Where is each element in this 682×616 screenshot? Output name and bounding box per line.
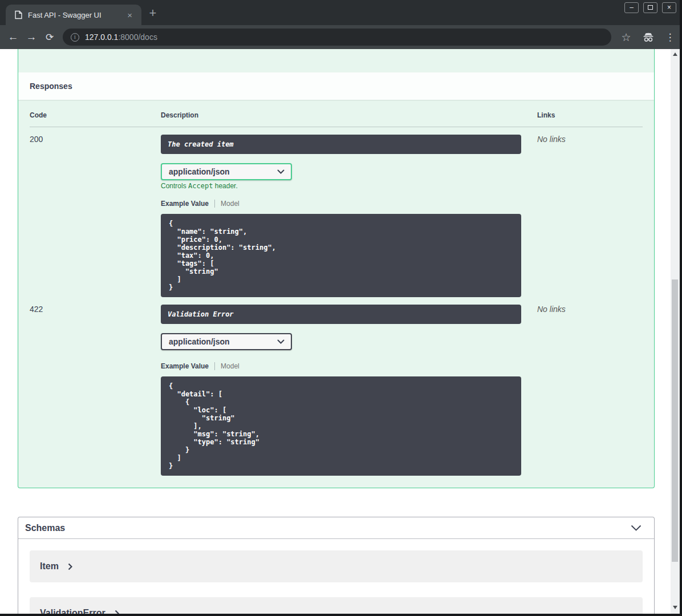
- response-description: The created item: [161, 135, 521, 154]
- tab-model[interactable]: Model: [221, 362, 239, 370]
- schemas-section: Schemas Item ValidationError: [18, 517, 655, 614]
- response-description: Validation Error: [161, 305, 521, 324]
- bookmark-star-icon[interactable]: ☆: [618, 25, 635, 49]
- media-type-select[interactable]: application/json: [161, 163, 292, 180]
- column-header-description: Description: [161, 111, 537, 119]
- model-item[interactable]: Item: [30, 550, 643, 582]
- new-tab-button[interactable]: +: [146, 6, 160, 21]
- tab-close-icon[interactable]: ×: [124, 10, 136, 20]
- response-links: No links: [537, 305, 643, 476]
- response-row-200: 200 The created item application/json Co…: [30, 127, 643, 297]
- tab-divider: [214, 362, 215, 370]
- scroll-down-icon[interactable]: [673, 606, 677, 609]
- schemas-header[interactable]: Schemas: [18, 517, 654, 539]
- incognito-icon: [640, 25, 657, 49]
- scroll-up-icon[interactable]: [673, 52, 677, 56]
- chevron-down-icon: [277, 339, 285, 344]
- model-name: ValidationError: [40, 608, 105, 614]
- post-opblock: Responses Code Description Links 200 The…: [18, 49, 655, 488]
- address-bar[interactable]: i 127.0.0.1 :8000/docs: [63, 29, 611, 46]
- site-info-icon[interactable]: i: [71, 33, 79, 42]
- window-border-right: [680, 0, 682, 616]
- responses-table-header: Code Description Links: [30, 100, 643, 127]
- controls-accept-note: Controls Accept header.: [161, 182, 537, 190]
- tab-example-value[interactable]: Example Value: [161, 200, 209, 208]
- scrollbar-thumb[interactable]: [672, 279, 678, 562]
- responses-table: Code Description Links 200 The created i…: [18, 100, 654, 476]
- example-model-tabs: Example Value Model: [161, 362, 537, 370]
- browser-menu-icon[interactable]: ⋮: [661, 25, 679, 49]
- chevron-right-icon: [68, 563, 72, 570]
- models-list: Item ValidationError: [18, 539, 654, 614]
- example-model-tabs: Example Value Model: [161, 200, 537, 208]
- page-favicon-icon: [15, 10, 22, 19]
- response-row-422: 422 Validation Error application/json Ex…: [30, 297, 643, 476]
- chevron-down-icon: [277, 169, 285, 174]
- schemas-title: Schemas: [25, 523, 65, 533]
- browser-titlebar: Fast API - Swagger UI × + – ×: [0, 0, 682, 25]
- page-scrollbar[interactable]: [671, 49, 680, 614]
- response-links: No links: [537, 135, 643, 297]
- swagger-page: Responses Code Description Links 200 The…: [0, 49, 680, 614]
- chevron-down-icon: [631, 525, 642, 531]
- close-button[interactable]: ×: [662, 2, 676, 13]
- browser-toolbar: ← → ⟳ i 127.0.0.1 :8000/docs ☆ ⋮: [0, 25, 682, 49]
- media-type-value: application/json: [169, 167, 230, 176]
- example-json-422: { "detail": [ { "loc": [ "string" ], "ms…: [161, 376, 521, 476]
- minimize-button[interactable]: –: [624, 2, 639, 13]
- window-controls: – ×: [624, 2, 676, 13]
- media-type-select[interactable]: application/json: [161, 333, 292, 350]
- responses-section-header: Responses: [18, 72, 654, 100]
- tab-model[interactable]: Model: [221, 200, 239, 208]
- column-header-links: Links: [537, 111, 643, 119]
- column-header-code: Code: [30, 111, 161, 119]
- url-host: 127.0.0.1: [85, 33, 118, 42]
- back-button[interactable]: ←: [5, 25, 22, 49]
- tab-title: Fast API - Swagger UI: [28, 11, 124, 19]
- chevron-right-icon: [115, 610, 119, 614]
- responses-title: Responses: [30, 82, 72, 91]
- example-json-200: { "name": "string", "price": 0, "descrip…: [161, 214, 521, 297]
- browser-tab[interactable]: Fast API - Swagger UI ×: [6, 5, 141, 25]
- response-code: 422: [30, 305, 161, 476]
- response-code: 200: [30, 135, 161, 297]
- window-border-bottom: [0, 614, 682, 616]
- model-item[interactable]: ValidationError: [30, 597, 643, 614]
- model-name: Item: [40, 561, 59, 572]
- reload-button[interactable]: ⟳: [41, 25, 58, 49]
- url-path: :8000/docs: [118, 33, 157, 42]
- maximize-button[interactable]: [643, 2, 657, 13]
- media-type-value: application/json: [169, 337, 230, 346]
- forward-button[interactable]: →: [23, 25, 40, 49]
- maximize-icon: [648, 5, 653, 10]
- tab-example-value[interactable]: Example Value: [161, 362, 209, 370]
- tab-divider: [214, 200, 215, 208]
